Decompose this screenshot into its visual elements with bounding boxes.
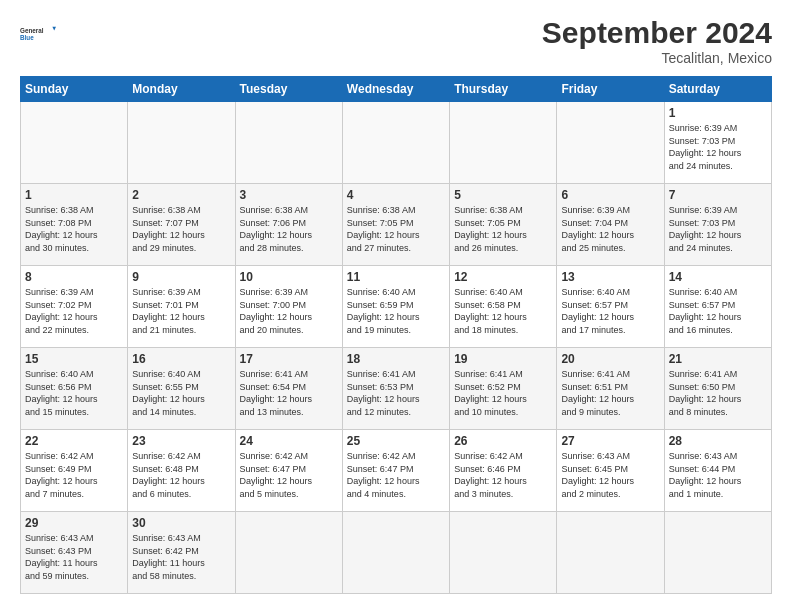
col-wednesday: Wednesday [342,77,449,102]
calendar-cell: 1 Sunrise: 6:39 AMSunset: 7:03 PMDayligh… [664,102,771,184]
day-info: Sunrise: 6:38 AMSunset: 7:05 PMDaylight:… [454,204,552,254]
day-number: 27 [561,434,659,448]
header-row: Sunday Monday Tuesday Wednesday Thursday… [21,77,772,102]
location-subtitle: Tecalitlan, Mexico [542,50,772,66]
day-info: Sunrise: 6:40 AMSunset: 6:59 PMDaylight:… [347,286,445,336]
day-number: 4 [347,188,445,202]
day-number: 28 [669,434,767,448]
calendar-cell [235,102,342,184]
day-number: 21 [669,352,767,366]
calendar-cell: 10 Sunrise: 6:39 AMSunset: 7:00 PMDaylig… [235,266,342,348]
day-number: 26 [454,434,552,448]
day-info: Sunrise: 6:43 AMSunset: 6:45 PMDaylight:… [561,450,659,500]
calendar-cell [21,102,128,184]
day-info: Sunrise: 6:39 AMSunset: 7:00 PMDaylight:… [240,286,338,336]
day-info: Sunrise: 6:39 AMSunset: 7:02 PMDaylight:… [25,286,123,336]
svg-marker-2 [52,27,56,31]
day-number: 18 [347,352,445,366]
calendar-cell: 11 Sunrise: 6:40 AMSunset: 6:59 PMDaylig… [342,266,449,348]
calendar-cell: 14 Sunrise: 6:40 AMSunset: 6:57 PMDaylig… [664,266,771,348]
calendar-week-1: 1 Sunrise: 6:39 AMSunset: 7:03 PMDayligh… [21,102,772,184]
day-number: 20 [561,352,659,366]
calendar-cell [128,102,235,184]
calendar-cell: 16 Sunrise: 6:40 AMSunset: 6:55 PMDaylig… [128,348,235,430]
calendar-cell: 29 Sunrise: 6:43 AMSunset: 6:43 PMDaylig… [21,512,128,594]
day-number: 10 [240,270,338,284]
day-number: 11 [347,270,445,284]
calendar-cell: 28 Sunrise: 6:43 AMSunset: 6:44 PMDaylig… [664,430,771,512]
calendar-cell: 20 Sunrise: 6:41 AMSunset: 6:51 PMDaylig… [557,348,664,430]
day-info: Sunrise: 6:40 AMSunset: 6:56 PMDaylight:… [25,368,123,418]
logo-svg: General Blue [20,16,56,52]
svg-text:General: General [20,27,44,34]
calendar-cell: 27 Sunrise: 6:43 AMSunset: 6:45 PMDaylig… [557,430,664,512]
day-number: 29 [25,516,123,530]
day-info: Sunrise: 6:42 AMSunset: 6:47 PMDaylight:… [240,450,338,500]
title-block: September 2024 Tecalitlan, Mexico [542,16,772,66]
day-info: Sunrise: 6:43 AMSunset: 6:42 PMDaylight:… [132,532,230,582]
calendar-cell: 1 Sunrise: 6:38 AMSunset: 7:08 PMDayligh… [21,184,128,266]
day-info: Sunrise: 6:41 AMSunset: 6:54 PMDaylight:… [240,368,338,418]
calendar-week-2: 1 Sunrise: 6:38 AMSunset: 7:08 PMDayligh… [21,184,772,266]
day-info: Sunrise: 6:41 AMSunset: 6:50 PMDaylight:… [669,368,767,418]
calendar-cell [664,512,771,594]
day-info: Sunrise: 6:41 AMSunset: 6:52 PMDaylight:… [454,368,552,418]
day-info: Sunrise: 6:43 AMSunset: 6:43 PMDaylight:… [25,532,123,582]
calendar-cell: 4 Sunrise: 6:38 AMSunset: 7:05 PMDayligh… [342,184,449,266]
day-info: Sunrise: 6:40 AMSunset: 6:58 PMDaylight:… [454,286,552,336]
col-monday: Monday [128,77,235,102]
day-number: 12 [454,270,552,284]
calendar-cell [557,102,664,184]
calendar-week-6: 29 Sunrise: 6:43 AMSunset: 6:43 PMDaylig… [21,512,772,594]
day-info: Sunrise: 6:42 AMSunset: 6:48 PMDaylight:… [132,450,230,500]
calendar-cell: 18 Sunrise: 6:41 AMSunset: 6:53 PMDaylig… [342,348,449,430]
calendar-cell: 23 Sunrise: 6:42 AMSunset: 6:48 PMDaylig… [128,430,235,512]
col-tuesday: Tuesday [235,77,342,102]
svg-text:Blue: Blue [20,34,34,41]
day-info: Sunrise: 6:42 AMSunset: 6:49 PMDaylight:… [25,450,123,500]
calendar-week-4: 15 Sunrise: 6:40 AMSunset: 6:56 PMDaylig… [21,348,772,430]
day-number: 24 [240,434,338,448]
col-thursday: Thursday [450,77,557,102]
calendar-cell: 6 Sunrise: 6:39 AMSunset: 7:04 PMDayligh… [557,184,664,266]
day-number: 14 [669,270,767,284]
col-sunday: Sunday [21,77,128,102]
calendar-cell: 8 Sunrise: 6:39 AMSunset: 7:02 PMDayligh… [21,266,128,348]
calendar-cell: 15 Sunrise: 6:40 AMSunset: 6:56 PMDaylig… [21,348,128,430]
day-number: 13 [561,270,659,284]
day-info: Sunrise: 6:41 AMSunset: 6:51 PMDaylight:… [561,368,659,418]
day-info: Sunrise: 6:42 AMSunset: 6:47 PMDaylight:… [347,450,445,500]
calendar-cell [557,512,664,594]
calendar-cell: 2 Sunrise: 6:38 AMSunset: 7:07 PMDayligh… [128,184,235,266]
calendar-cell: 3 Sunrise: 6:38 AMSunset: 7:06 PMDayligh… [235,184,342,266]
day-number: 1 [25,188,123,202]
calendar-cell: 5 Sunrise: 6:38 AMSunset: 7:05 PMDayligh… [450,184,557,266]
day-info: Sunrise: 6:38 AMSunset: 7:05 PMDaylight:… [347,204,445,254]
calendar-cell: 13 Sunrise: 6:40 AMSunset: 6:57 PMDaylig… [557,266,664,348]
col-friday: Friday [557,77,664,102]
day-number: 15 [25,352,123,366]
calendar-cell: 7 Sunrise: 6:39 AMSunset: 7:03 PMDayligh… [664,184,771,266]
day-info: Sunrise: 6:38 AMSunset: 7:06 PMDaylight:… [240,204,338,254]
calendar-cell: 9 Sunrise: 6:39 AMSunset: 7:01 PMDayligh… [128,266,235,348]
calendar-cell: 22 Sunrise: 6:42 AMSunset: 6:49 PMDaylig… [21,430,128,512]
day-number: 7 [669,188,767,202]
day-number: 2 [132,188,230,202]
day-info: Sunrise: 6:40 AMSunset: 6:57 PMDaylight:… [561,286,659,336]
page-header: General Blue September 2024 Tecalitlan, … [20,16,772,66]
day-info: Sunrise: 6:41 AMSunset: 6:53 PMDaylight:… [347,368,445,418]
day-number: 22 [25,434,123,448]
day-info: Sunrise: 6:38 AMSunset: 7:08 PMDaylight:… [25,204,123,254]
calendar-body: 1 Sunrise: 6:39 AMSunset: 7:03 PMDayligh… [21,102,772,594]
day-info: Sunrise: 6:39 AMSunset: 7:04 PMDaylight:… [561,204,659,254]
calendar-table: Sunday Monday Tuesday Wednesday Thursday… [20,76,772,594]
day-number: 19 [454,352,552,366]
day-number: 16 [132,352,230,366]
calendar-cell: 25 Sunrise: 6:42 AMSunset: 6:47 PMDaylig… [342,430,449,512]
day-number: 1 [669,106,767,120]
calendar-cell [342,102,449,184]
calendar-cell: 21 Sunrise: 6:41 AMSunset: 6:50 PMDaylig… [664,348,771,430]
calendar-cell: 19 Sunrise: 6:41 AMSunset: 6:52 PMDaylig… [450,348,557,430]
day-number: 17 [240,352,338,366]
logo: General Blue [20,16,56,52]
